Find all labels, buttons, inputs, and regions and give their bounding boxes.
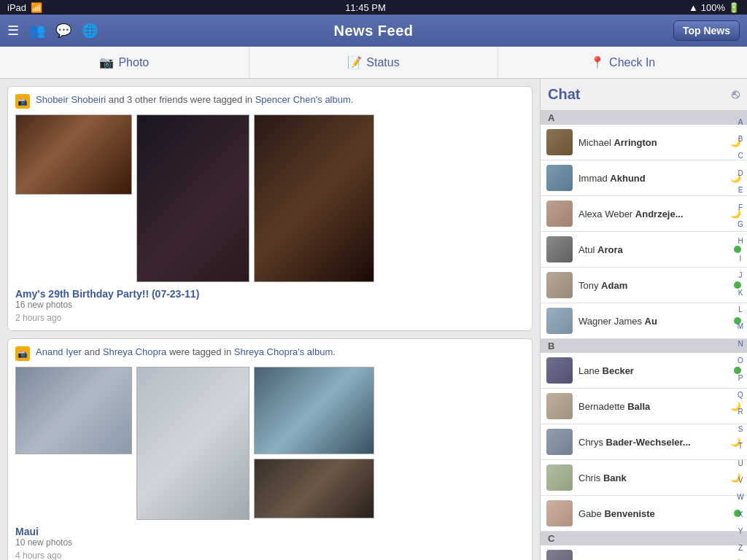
avatar	[546, 357, 573, 384]
contact-item[interactable]: Michael Arrington🌙	[541, 125, 747, 160]
album-title[interactable]: Amy's 29th Birthday Party!! (07-23-11)	[15, 288, 525, 300]
post-timestamp: 2 hours ago	[15, 313, 525, 323]
album-title2[interactable]: Maui	[15, 526, 525, 537]
contact-item[interactable]: Ryan Carson🌙	[541, 545, 747, 560]
chat-title: Chat	[548, 86, 580, 103]
alpha-index: ABCDEFGHIJKLMNOPQRSTUVWXYZ	[734, 111, 747, 560]
tab-status[interactable]: 📝 Status	[249, 47, 499, 78]
nav-left: ☰ 👥 💬 🌐	[7, 23, 98, 39]
album-owner-link[interactable]: Spencer Chen's album	[255, 94, 351, 105]
status-right: ▲ 100% 🔋	[689, 2, 740, 13]
contact-item[interactable]: Tony Adam	[541, 268, 747, 303]
alpha-letter-m[interactable]: M	[738, 319, 743, 335]
chat-section-header: C	[541, 532, 747, 545]
battery-icon: 🔋	[728, 2, 740, 13]
alpha-letter-k[interactable]: K	[738, 284, 743, 301]
status-tab-label: Status	[366, 56, 399, 69]
contact-item[interactable]: Gabe Benveniste	[541, 496, 747, 532]
avatar	[546, 201, 573, 227]
post-type-icon: 📷	[15, 94, 30, 109]
nav-bar: ☰ 👥 💬 🌐 News Feed Top News	[0, 15, 747, 47]
photo-thumbnail[interactable]	[136, 114, 249, 282]
alpha-letter-u[interactable]: U	[738, 455, 743, 472]
avatar	[546, 393, 573, 419]
alpha-letter-r[interactable]: R	[738, 404, 743, 421]
chat-panel: Chat ⎋ AMichael Arrington🌙Immad Akhund🌙A…	[540, 79, 747, 560]
alpha-letter-a[interactable]: A	[738, 114, 743, 131]
avatar	[546, 165, 573, 191]
news-feed: 📷 Shobeir Shobeiri and 3 other friends w…	[0, 79, 540, 560]
alpha-letter-f[interactable]: F	[738, 199, 743, 216]
status-left: iPad 📶	[7, 2, 42, 13]
photo-thumbnail[interactable]	[15, 114, 132, 195]
alpha-letter-x[interactable]: X	[738, 506, 743, 523]
main-layout: 📷 Shobeir Shobeiri and 3 other friends w…	[0, 79, 747, 560]
contact-item[interactable]: Immad Akhund🌙	[541, 160, 747, 196]
alpha-letter-q[interactable]: Q	[738, 386, 743, 403]
alpha-letter-d[interactable]: D	[738, 165, 743, 182]
tagged-user-link[interactable]: Anand Iyer	[36, 346, 82, 357]
post-static-text2: were tagged in	[169, 346, 234, 357]
contact-item[interactable]: Wagner James Au	[541, 303, 747, 339]
album-meta: 16 new photos	[15, 300, 525, 310]
alpha-letter-i[interactable]: I	[740, 250, 742, 267]
contact-name: Chris Bank	[578, 472, 724, 483]
contact-item[interactable]: Chris Bank🌙	[541, 460, 747, 496]
alpha-letter-s[interactable]: S	[738, 421, 743, 438]
tab-photo[interactable]: 📷 Photo	[0, 47, 249, 78]
avatar	[546, 550, 573, 560]
checkin-tab-icon: 📍	[590, 55, 605, 69]
chat-header: Chat ⎋	[541, 79, 747, 111]
nav-right: Top News	[673, 20, 740, 41]
device-label: iPad	[7, 2, 26, 13]
checkin-tab-label: Check In	[609, 56, 655, 69]
alpha-letter-l[interactable]: L	[738, 301, 743, 318]
post-header: 📷 Anand Iyer and Shreya Chopra were tagg…	[15, 346, 525, 361]
alpha-letter-z[interactable]: Z	[738, 540, 743, 557]
alpha-letter-v[interactable]: V	[738, 472, 743, 489]
share-icon[interactable]: ⎋	[732, 87, 740, 102]
contact-item[interactable]: Alexa Weber Andrzeje...🌙	[541, 196, 747, 232]
tagged-user-link[interactable]: Shobeir Shobeiri	[36, 94, 106, 105]
tagged-user-link2[interactable]: Shreya Chopra	[103, 346, 166, 357]
menu-icon[interactable]: ☰	[7, 23, 19, 39]
photo-thumbnail[interactable]	[254, 367, 374, 454]
photo-thumbnail[interactable]	[136, 367, 249, 520]
contact-item[interactable]: Atul Arora	[541, 232, 747, 268]
globe-icon[interactable]: 🌐	[82, 23, 98, 39]
alpha-letter-j[interactable]: J	[739, 268, 743, 284]
top-news-button[interactable]: Top News	[673, 20, 740, 41]
alpha-letter-w[interactable]: W	[737, 489, 743, 506]
alpha-letter-h[interactable]: H	[738, 233, 743, 250]
alpha-letter-o[interactable]: O	[738, 352, 743, 369]
post-timestamp2: 4 hours ago	[15, 551, 525, 560]
contact-item[interactable]: Chrys Bader-Wechseler...🌙	[541, 424, 747, 460]
alpha-letter-g[interactable]: G	[738, 216, 743, 233]
post-type-icon: 📷	[15, 346, 30, 361]
photo-thumbnail[interactable]	[254, 459, 374, 518]
album-owner-link2[interactable]: Shreya Chopra's album	[234, 346, 333, 357]
alpha-letter-y[interactable]: Y	[738, 523, 743, 540]
contact-name: Bernadette Balla	[578, 401, 724, 412]
contact-name: Atul Arora	[578, 244, 728, 255]
post-header: 📷 Shobeir Shobeiri and 3 other friends w…	[15, 94, 525, 109]
photo-col2	[254, 367, 374, 520]
alpha-letter-t[interactable]: T	[738, 438, 743, 454]
tab-checkin[interactable]: 📍 Check In	[498, 47, 747, 78]
avatar	[546, 129, 573, 155]
post-text: Shobeir Shobeiri and 3 other friends wer…	[36, 94, 353, 105]
alpha-letter-c[interactable]: C	[738, 148, 743, 165]
photo-thumbnail[interactable]	[254, 114, 374, 282]
friends-icon[interactable]: 👥	[29, 23, 45, 39]
contact-name: Tony Adam	[578, 280, 728, 291]
messages-icon[interactable]: 💬	[55, 23, 71, 39]
status-bar: iPad 📶 11:45 PM ▲ 100% 🔋	[0, 0, 747, 15]
contact-item[interactable]: Lane Becker	[541, 353, 747, 389]
photo-thumbnail[interactable]	[15, 367, 132, 454]
contact-item[interactable]: Bernadette Balla🌙	[541, 389, 747, 424]
alpha-letter-e[interactable]: E	[738, 182, 743, 199]
alpha-letter-b[interactable]: B	[738, 131, 743, 147]
alpha-letter-n[interactable]: N	[738, 335, 743, 352]
album-info: Amy's 29th Birthday Party!! (07-23-11) 1…	[15, 288, 525, 310]
alpha-letter-p[interactable]: P	[738, 370, 743, 386]
